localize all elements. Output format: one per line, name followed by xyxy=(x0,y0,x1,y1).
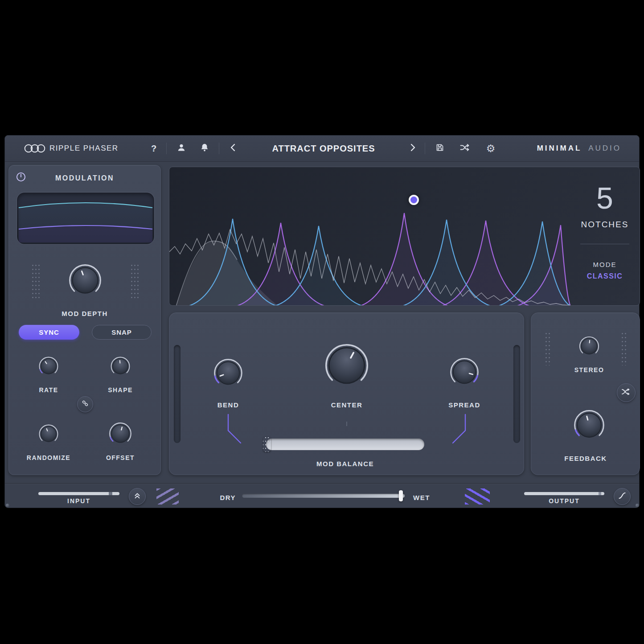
sync-label: SYNC xyxy=(39,328,59,336)
bottom-divider-hl xyxy=(5,484,639,484)
notches-info: 5 NOTCHES MODE CLASSIC xyxy=(571,167,638,306)
app-name: RIPPLE PHASER xyxy=(49,135,119,161)
phaser-controls-panel: BEND CENTER SPREAD MOD BALANCE xyxy=(169,312,524,475)
xy-control-dot[interactable] xyxy=(409,195,419,205)
sigmoid-curve-icon xyxy=(618,491,627,502)
chevron-left-icon xyxy=(230,143,237,154)
mod-balance-slider[interactable] xyxy=(266,439,424,450)
center-knob[interactable] xyxy=(316,334,378,397)
feedback-label: FEEDBACK xyxy=(546,455,626,462)
notifications-button[interactable] xyxy=(196,141,213,156)
divider xyxy=(425,143,425,154)
mod-waveform-display[interactable] xyxy=(16,192,155,245)
output-label: OUTPUT xyxy=(524,497,604,505)
bend-label: BEND xyxy=(201,401,255,409)
divider xyxy=(219,143,219,154)
wet-label: WET xyxy=(413,494,438,501)
modulation-title: MODULATION xyxy=(9,174,160,182)
mode-value[interactable]: CLASSIC xyxy=(571,272,638,280)
panel-grip-right xyxy=(513,345,520,443)
randomize-label: RANDOMIZE xyxy=(17,454,80,461)
input-label: INPUT xyxy=(38,497,119,505)
input-gain-slider[interactable] xyxy=(38,492,119,495)
snap-label: SNAP xyxy=(111,328,132,336)
shape-label: SHAPE xyxy=(98,386,143,394)
spread-mod-tail xyxy=(445,414,472,446)
stereo-label: STEREO xyxy=(551,366,627,373)
stripes-decor-right xyxy=(465,488,490,505)
notches-caption: NOTCHES xyxy=(571,220,638,230)
title-bar: RIPPLE PHASER ? ATTRACT OPPOSITES xyxy=(5,135,639,162)
user-icon xyxy=(177,143,186,154)
account-button[interactable] xyxy=(172,141,190,156)
plugin-window: RIPPLE PHASER ? ATTRACT OPPOSITES xyxy=(4,135,640,508)
preset-prev-button[interactable] xyxy=(225,141,241,156)
unlink-icon xyxy=(81,399,89,409)
info-divider xyxy=(580,244,629,244)
dry-wet-slider[interactable] xyxy=(242,494,405,498)
notches-value[interactable]: 5 xyxy=(571,180,638,215)
preset-name[interactable]: ATTRACT OPPOSITES xyxy=(248,135,399,161)
stripes-decor-left xyxy=(156,488,179,505)
tick-dots-left xyxy=(31,263,40,301)
divider xyxy=(166,143,167,154)
save-button[interactable] xyxy=(431,141,449,156)
offset-knob[interactable] xyxy=(104,418,136,450)
bend-mod-tail xyxy=(222,414,249,446)
stereo-ticks-right xyxy=(621,332,627,365)
stereo-knob[interactable] xyxy=(575,332,603,361)
brand-audio: AUDIO xyxy=(588,144,621,152)
expand-button[interactable] xyxy=(129,488,146,505)
center-label: CENTER xyxy=(316,401,378,409)
snap-toggle[interactable]: SNAP xyxy=(92,325,152,340)
mod-balance-label: MOD BALANCE xyxy=(266,460,424,468)
crossfade-icon xyxy=(621,389,631,397)
stereo-ticks-left xyxy=(545,332,551,365)
tick-dots-right xyxy=(130,263,139,301)
chevron-up-double-icon xyxy=(133,492,141,501)
link-button[interactable] xyxy=(77,396,93,412)
offset-label: OFFSET xyxy=(96,454,145,461)
gear-icon: ⚙ xyxy=(486,143,496,155)
spread-label: SPREAD xyxy=(438,401,491,409)
feedback-knob[interactable] xyxy=(567,403,611,447)
center-tick xyxy=(346,422,347,426)
brand-minimal: MINIMAL xyxy=(537,144,582,152)
shape-knob[interactable] xyxy=(107,353,134,380)
preset-next-button[interactable] xyxy=(405,141,421,156)
mod-balance-handle[interactable] xyxy=(263,437,271,452)
mode-caption: MODE xyxy=(571,261,638,268)
help-button[interactable]: ? xyxy=(147,141,161,156)
flip-button[interactable] xyxy=(617,383,636,402)
rate-label: RATE xyxy=(26,386,71,394)
app-logo-icon xyxy=(24,143,46,154)
notch-curves xyxy=(169,167,570,306)
soft-clip-button[interactable] xyxy=(614,488,631,505)
mod-depth-knob[interactable] xyxy=(62,257,108,304)
save-icon xyxy=(435,143,444,154)
chevron-right-icon xyxy=(409,143,416,154)
brand-logo: MINIMAL AUDIO xyxy=(537,135,621,161)
settings-button[interactable]: ⚙ xyxy=(482,141,500,156)
output-gain-slider[interactable] xyxy=(524,492,604,495)
dry-wet-handle[interactable] xyxy=(399,490,403,501)
panel-grip-left xyxy=(174,345,180,443)
dry-label: DRY xyxy=(211,494,236,501)
sync-toggle[interactable]: SYNC xyxy=(19,325,79,340)
phaser-visualizer[interactable]: 5 NOTCHES MODE CLASSIC xyxy=(169,167,640,306)
modulation-panel: MODULATION MOD DEPTH SYNC SNAP xyxy=(8,165,161,475)
mod-depth-label: MOD DEPTH xyxy=(9,310,160,317)
screw-bottom-right xyxy=(636,504,639,507)
randomize-knob[interactable] xyxy=(35,420,62,448)
screw-bottom-left xyxy=(6,504,9,507)
output-controls-panel: STEREO FEEDBACK xyxy=(531,312,640,475)
randomize-preset-button[interactable] xyxy=(456,141,474,156)
bell-icon xyxy=(200,143,209,154)
rate-knob[interactable] xyxy=(35,353,62,380)
bend-knob[interactable] xyxy=(208,353,249,394)
help-label: ? xyxy=(151,144,156,154)
spread-knob[interactable] xyxy=(444,352,485,393)
shuffle-icon xyxy=(460,144,470,153)
